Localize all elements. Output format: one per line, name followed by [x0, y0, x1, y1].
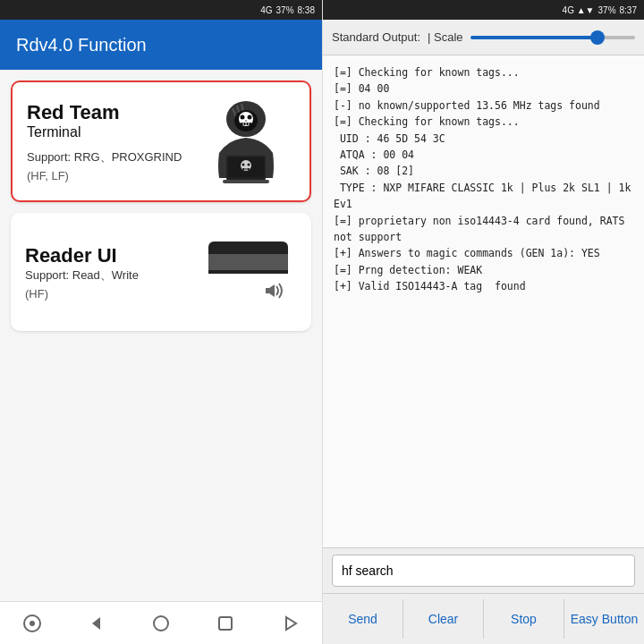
red-team-card[interactable]: Red Team Terminal Support: RRG、PROXGRIND…	[11, 80, 311, 202]
status-bar-left: 4G 37% 8:38	[0, 0, 322, 20]
output-line: [=] Checking for known tags...	[334, 64, 633, 80]
cards-area: Red Team Terminal Support: RRG、PROXGRIND…	[0, 70, 322, 601]
status-time-left: 8:38	[298, 5, 315, 15]
output-text-area: [=] Checking for known tags...[=] 04 00[…	[323, 55, 644, 547]
svg-rect-23	[208, 254, 288, 270]
svg-point-16	[242, 163, 245, 165]
red-team-icon-container	[197, 97, 295, 186]
svg-point-29	[30, 621, 35, 626]
nav-home-btn[interactable]	[143, 606, 179, 641]
svg-rect-21	[223, 180, 269, 183]
scale-slider[interactable]	[470, 36, 635, 39]
app-header: Rdv4.0 Function	[0, 20, 322, 70]
output-label: Standard Output:	[332, 30, 420, 44]
status-battery-left: 37%	[276, 5, 294, 15]
output-line: [=] Checking for known tags...	[334, 114, 633, 130]
svg-rect-32	[219, 617, 232, 630]
status-battery-right: 37%	[598, 5, 616, 15]
red-team-card-text: Red Team Terminal Support: RRG、PROXGRIND…	[27, 101, 182, 182]
nav-back-btn[interactable]	[79, 606, 114, 641]
output-line: [-] no known/supported 13.56 MHz tags fo…	[334, 97, 633, 114]
output-line: [+] Valid ISO14443-A tag found	[334, 278, 633, 294]
reader-ui-card[interactable]: Reader UI Support: Read、Write (HF)	[11, 213, 311, 331]
red-team-freq: (HF, LF)	[27, 169, 182, 182]
reader-ui-freq: (HF)	[25, 287, 139, 301]
right-panel: 4G ▲▼ 37% 8:37 Standard Output: | Scale …	[322, 0, 644, 644]
reader-ui-card-text: Reader UI Support: Read、Write (HF)	[25, 244, 139, 301]
nav-menu-icon	[280, 614, 300, 633]
status-signal-right: 4G ▲▼	[563, 5, 595, 15]
svg-marker-33	[286, 617, 296, 630]
status-signal-left: 4G	[260, 5, 272, 15]
output-line: TYPE : NXP MIFARE CLASSIC 1k | Plus 2k S…	[334, 180, 633, 213]
svg-point-6	[241, 114, 245, 119]
reader-ui-icon-container	[199, 227, 297, 317]
output-line: [=] proprietary non iso14443-4 card foun…	[334, 213, 633, 246]
svg-point-8	[245, 120, 247, 122]
nav-extra-icon	[22, 614, 42, 633]
left-panel: 4G 37% 8:38 Rdv4.0 Function Red Team Ter…	[0, 0, 322, 644]
card-reader-icon	[201, 234, 295, 310]
red-team-title: Red Team	[27, 101, 182, 124]
red-team-support: Support: RRG、PROXGRIND	[27, 149, 182, 165]
android-nav-bar	[0, 601, 322, 644]
scale-label: | Scale	[428, 30, 463, 44]
status-bar-right: 4G ▲▼ 37% 8:37	[323, 0, 644, 20]
nav-menu-btn[interactable]	[272, 606, 308, 641]
output-header: Standard Output: | Scale	[323, 20, 644, 55]
svg-point-7	[248, 114, 252, 119]
stop-button[interactable]: Stop	[484, 599, 564, 639]
output-line: [=] Prng detection: WEAK	[334, 262, 633, 278]
svg-marker-30	[92, 617, 100, 630]
reader-ui-support: Support: Read、Write	[25, 267, 139, 284]
action-bar: Send Clear Stop Easy Button	[323, 594, 644, 644]
easy-button[interactable]: Easy Button	[564, 599, 644, 639]
nav-extra-btn[interactable]	[14, 606, 50, 641]
output-line: ATQA : 00 04	[334, 147, 633, 163]
output-line: [=] 04 00	[334, 80, 633, 97]
output-line: UID : 46 5D 54 3C	[334, 131, 633, 147]
send-button[interactable]: Send	[323, 599, 403, 639]
svg-point-31	[154, 616, 168, 631]
output-line: [+] Answers to magic commands (GEN 1a): …	[334, 245, 633, 261]
nav-recent-btn[interactable]	[208, 606, 243, 641]
app-title: Rdv4.0 Function	[16, 35, 147, 55]
nav-back-icon	[87, 614, 106, 633]
svg-point-17	[248, 163, 250, 165]
svg-rect-18	[242, 168, 250, 170]
status-time-right: 8:37	[620, 5, 637, 15]
output-line: SAK : 08 [2]	[334, 163, 633, 179]
command-input-row	[323, 547, 644, 594]
reader-ui-title: Reader UI	[25, 244, 139, 267]
command-input[interactable]	[332, 555, 635, 587]
hacker-icon	[201, 99, 291, 184]
red-team-subtitle: Terminal	[27, 124, 182, 140]
clear-button[interactable]: Clear	[403, 599, 484, 639]
nav-recent-icon	[216, 614, 235, 633]
nav-home-icon	[151, 614, 171, 633]
